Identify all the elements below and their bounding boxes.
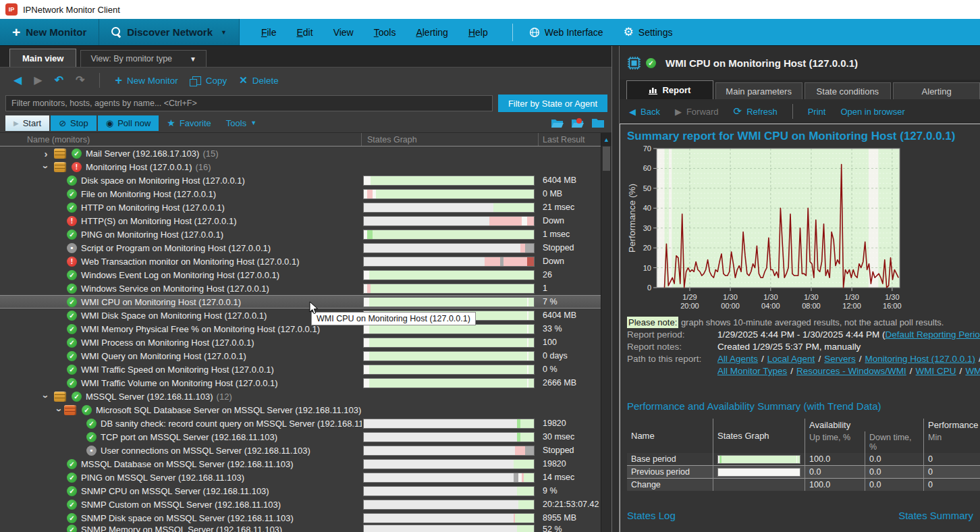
filter-input[interactable] bbox=[5, 95, 493, 111]
path-link[interactable]: Resources - Windows/WMI bbox=[796, 366, 906, 376]
poll-now-button[interactable]: ◉ Poll now bbox=[98, 115, 159, 131]
last-result: 6404 MB bbox=[539, 176, 601, 185]
tools-dropdown[interactable]: Tools ▼ bbox=[219, 118, 263, 128]
refresh-button[interactable]: ⟳ Refresh bbox=[734, 105, 778, 117]
tree-row[interactable]: ✓WMI Traffic Volume on Monitoring Host (… bbox=[0, 376, 601, 390]
print-button[interactable]: Print bbox=[808, 107, 826, 117]
path-link[interactable]: Servers bbox=[824, 354, 856, 364]
tree-row[interactable]: !HTTP(S) on Monitoring Host (127.0.0.1)D… bbox=[0, 214, 601, 228]
panel-splitter[interactable] bbox=[611, 46, 620, 532]
tree-row[interactable]: ›✓MSSQL Server (192.168.11.103)(12) bbox=[0, 390, 601, 403]
tree-row[interactable]: ✓WMI CPU on Monitoring Host (127.0.0.1)7… bbox=[0, 295, 601, 309]
forward-icon[interactable]: ▶ bbox=[34, 75, 42, 86]
path-link[interactable]: Local Agent bbox=[767, 354, 815, 364]
status-ok-icon: ✓ bbox=[67, 324, 77, 334]
menu-file[interactable]: File bbox=[261, 27, 277, 38]
path-link[interactable]: All Monitor Types bbox=[717, 366, 787, 376]
tree-row[interactable]: ■Script or Program on Monitoring Host (1… bbox=[0, 241, 601, 255]
new-monitor-button[interactable]: + New Monitor bbox=[0, 19, 99, 45]
collapse-icon[interactable]: › bbox=[41, 162, 51, 172]
folder-open-icon[interactable] bbox=[551, 117, 564, 128]
status-ok-icon: ✓ bbox=[67, 270, 77, 280]
copy-action[interactable]: Copy bbox=[190, 76, 227, 86]
menu-help[interactable]: Help bbox=[468, 27, 488, 38]
tree-row[interactable]: ✓WMI Query on Monitoring Host (127.0.0.1… bbox=[0, 349, 601, 363]
open-in-browser-label: Open in browser bbox=[840, 107, 904, 117]
default-reporting-period-link[interactable]: Default Reporting Period bbox=[885, 329, 980, 340]
monitor-label: File on Monitoring Host (127.0.0.1) bbox=[81, 189, 216, 199]
tree-row[interactable]: ✓PING on Monitoring Host (127.0.0.1)1 ms… bbox=[0, 228, 601, 241]
copy-label: Copy bbox=[206, 76, 227, 86]
menu-view[interactable]: View bbox=[333, 27, 354, 38]
list-scrollbar[interactable]: ▲ bbox=[601, 133, 611, 532]
favorite-button[interactable]: ★ Favorite bbox=[160, 117, 218, 128]
tree-row[interactable]: ✓Disk space on Monitoring Host (127.0.0.… bbox=[0, 174, 601, 187]
status-error-icon: ! bbox=[67, 216, 77, 226]
tab-report[interactable]: Report bbox=[626, 80, 713, 99]
tree-row[interactable]: ✓MSSQL Database on MSSQL Server (192.168… bbox=[0, 457, 601, 471]
tree-row[interactable]: ✓SNMP Memory on MSSQL Server (192.168.11… bbox=[0, 525, 601, 532]
expand-icon[interactable]: › bbox=[40, 149, 51, 159]
states-log-link[interactable]: States Log bbox=[627, 510, 676, 521]
menu-alerting[interactable]: Alerting bbox=[416, 27, 447, 38]
redo-icon[interactable]: ↷ bbox=[76, 75, 84, 86]
folder-closed-icon[interactable] bbox=[591, 117, 605, 128]
tree-row[interactable]: ✓PING on MSSQL Server (192.168.11.103)14… bbox=[0, 471, 601, 484]
view-selector-dropdown[interactable]: View: By monitor type ▼ bbox=[80, 50, 207, 67]
tree-row[interactable]: ✓TCP port on MSSQL Server (192.168.11.10… bbox=[0, 430, 601, 444]
filter-by-state-button[interactable]: Filter by State or Agent bbox=[498, 95, 607, 112]
tree-row[interactable]: ✓SNMP CPU on MSSQL Server (192.168.11.10… bbox=[0, 484, 601, 498]
forward-button[interactable]: ▶ Forward bbox=[675, 107, 719, 117]
tree-row[interactable]: ›✓Microsoft SQL Database Server on MSSQL… bbox=[0, 403, 601, 417]
path-link[interactable]: All Agents bbox=[717, 354, 758, 364]
undo-icon[interactable]: ↶ bbox=[55, 75, 63, 86]
tree-row[interactable]: ✓SNMP Disk space on MSSQL Server (192.16… bbox=[0, 511, 601, 525]
report-notes-value: Created 1/29/25 5:37 PM, manually bbox=[717, 342, 980, 352]
states-summary-link[interactable]: States Summary bbox=[898, 510, 973, 521]
start-button[interactable]: ▶ Start bbox=[5, 115, 49, 131]
back-icon[interactable]: ◀ bbox=[13, 75, 22, 86]
tree-row[interactable]: ✓HTTP on Monitoring Host (127.0.0.1)21 m… bbox=[0, 201, 601, 214]
collapse-icon[interactable]: › bbox=[41, 392, 51, 402]
tree-row[interactable]: ✓WMI Disk Space on Monitoring Host (127.… bbox=[0, 309, 601, 322]
menu-tools[interactable]: Tools bbox=[374, 27, 396, 38]
tab-main-view[interactable]: Main view bbox=[9, 49, 76, 67]
top-toolbar: + New Monitor Discover Network ▼ FileEdi… bbox=[0, 19, 980, 46]
tree-row[interactable]: ›!Monitoring Host (127.0.0.1)(16) bbox=[0, 160, 601, 174]
path-link[interactable]: WMI CPU on Monitoring Host (127.0.0.1) bbox=[965, 366, 980, 376]
tab-alerting[interactable]: Alerting bbox=[893, 82, 980, 99]
tree-row[interactable]: ›✓Mail Server (192.168.17.103)(15) bbox=[0, 147, 601, 160]
delete-action[interactable]: ✕ Delete bbox=[239, 74, 279, 86]
tree-row[interactable]: ✓SNMP Custom on MSSQL Server (192.168.11… bbox=[0, 498, 601, 511]
tree-row[interactable]: ✓Windows Service on Monitoring Host (127… bbox=[0, 282, 601, 295]
column-header-name[interactable]: Name (monitors) bbox=[0, 133, 362, 146]
tree-row[interactable]: ■User connections on MSSQL Server (192.1… bbox=[0, 444, 601, 457]
tree-row[interactable]: !Web Transaction monitor on Monitoring H… bbox=[0, 255, 601, 268]
tab-main-parameters[interactable]: Main parameters bbox=[715, 82, 802, 99]
menu-edit[interactable]: Edit bbox=[296, 27, 312, 38]
open-in-browser-button[interactable]: Open in browser bbox=[840, 107, 904, 117]
stop-button[interactable]: ⊘ Stop bbox=[51, 115, 97, 131]
tree-row[interactable]: ✓Windows Event Log on Monitoring Host (1… bbox=[0, 268, 601, 282]
tree-row[interactable]: ✓WMI Process on Monitoring Host (127.0.0… bbox=[0, 336, 601, 349]
collapse-icon[interactable]: › bbox=[55, 408, 65, 412]
path-link[interactable]: WMI CPU bbox=[916, 366, 956, 376]
discover-network-button[interactable]: Discover Network ▼ bbox=[99, 19, 240, 45]
settings-button[interactable]: ⚙ Settings bbox=[624, 26, 673, 38]
tree-row[interactable]: ✓File on Monitoring Host (127.0.0.1)0 MB bbox=[0, 187, 601, 201]
new-monitor-action[interactable]: + New Monitor bbox=[115, 74, 178, 86]
scroll-up-icon[interactable]: ▲ bbox=[601, 133, 611, 146]
tab-state-conditions[interactable]: State conditions bbox=[805, 82, 892, 99]
monitor-label: SNMP Memory on MSSQL Server (192.168.11.… bbox=[81, 525, 282, 532]
tree-row[interactable]: ✓WMI Memory Physical Free % on Monitorin… bbox=[0, 322, 601, 336]
tree-row[interactable]: ✓WMI Traffic Speed on Monitoring Host (1… bbox=[0, 363, 601, 376]
folder-alert-icon[interactable] bbox=[571, 117, 584, 128]
path-link[interactable]: Monitoring Host (127.0.0.1) bbox=[865, 354, 975, 364]
column-header-states[interactable]: States Graph bbox=[362, 133, 539, 146]
svg-text:0: 0 bbox=[647, 284, 651, 292]
tree-row[interactable]: ✓DB sanity check: record count query on … bbox=[0, 417, 601, 430]
web-interface-button[interactable]: Web Interface bbox=[529, 27, 603, 38]
back-button[interactable]: ◀ Back bbox=[629, 107, 660, 117]
scrollbar-thumb[interactable] bbox=[603, 147, 610, 171]
column-header-result[interactable]: Last Result bbox=[539, 133, 601, 146]
